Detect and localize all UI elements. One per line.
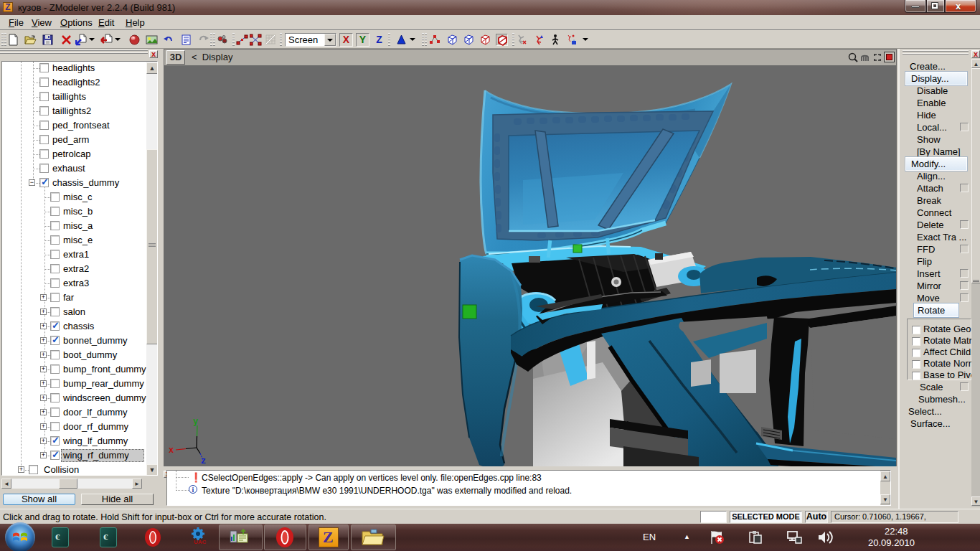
svg-text:z: z: [201, 456, 206, 466]
svg-text:x: x: [169, 446, 174, 456]
svg-text:UAC: UAC: [194, 539, 207, 545]
svg-text:y: y: [193, 417, 198, 427]
